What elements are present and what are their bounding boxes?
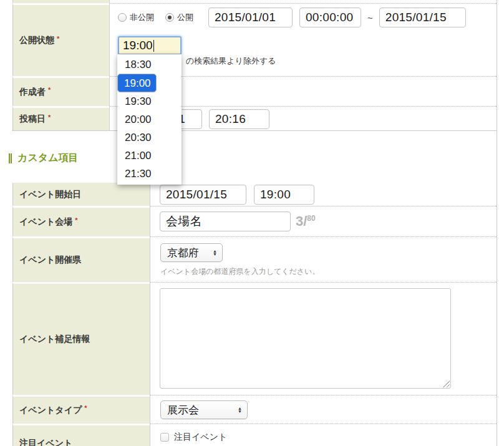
row-label: 投稿日 xyxy=(19,114,46,125)
input-value: 19:00 xyxy=(123,39,153,52)
event-type-select[interactable]: 展示会 ▲▼ xyxy=(160,400,248,419)
table-right-border xyxy=(497,0,497,446)
row-label-cell: 注目イベント xyxy=(12,424,150,446)
row-content-cell: 京都府 ▲▼ イベント会場の都道府県を入力してください。 xyxy=(150,236,497,282)
input-value: 00:00:00 xyxy=(306,11,353,24)
table-row-publish-status: 公開状態 * 非公開 公開 2015/01/01 00:00:00 ~ xyxy=(12,3,497,76)
event-start-line: 2015/01/15 19:00 xyxy=(160,185,497,205)
row-label: イベント補足情報 xyxy=(19,334,90,345)
custom-fields-table: イベント開始日 2015/01/15 19:00 イベント会場 * xyxy=(12,183,497,446)
table-row-event-start: イベント開始日 2015/01/15 19:00 xyxy=(12,183,497,206)
time-option[interactable]: 21:30 xyxy=(117,165,182,183)
required-marker: * xyxy=(48,86,51,94)
row-label-cell: イベント開始日 xyxy=(12,183,150,206)
featured-checkbox-label[interactable]: 注目イベント xyxy=(174,432,227,443)
publish-datetime-line: 非公開 公開 2015/01/01 00:00:00 ~ 2015/01/15 xyxy=(118,7,497,27)
row-label: イベント開始日 xyxy=(19,189,81,200)
venue-name-input[interactable]: 会場名 xyxy=(160,211,291,231)
post-time-input[interactable]: 20:16 xyxy=(209,109,269,129)
radio-private-label[interactable]: 非公開 xyxy=(130,12,154,23)
input-value: 19:00 xyxy=(260,188,291,201)
row-label: イベント開催県 xyxy=(19,255,81,266)
table-row-post-date: 投稿日 * 2015/01/01 20:16 xyxy=(12,106,497,131)
table-row-author: 作成者 * xyxy=(12,76,497,106)
entry-fields-table: 公開状態 * 非公開 公開 2015/01/01 00:00:00 ~ xyxy=(12,0,497,131)
select-value: 展示会 xyxy=(167,403,199,417)
row-content-cell: 展示会 ▲▼ xyxy=(150,395,497,424)
publish-end-date-input[interactable]: 2015/01/15 xyxy=(379,7,466,27)
publish-end-time-input[interactable]: 19:00 xyxy=(118,36,182,55)
entry-edit-form: 公開状態 * 非公開 公開 2015/01/01 00:00:00 ~ xyxy=(0,0,504,446)
row-content-cell xyxy=(150,282,497,395)
section-title: カスタム項目 xyxy=(17,152,79,165)
row-label-cell: イベントタイプ * xyxy=(12,395,150,424)
select-arrows-icon: ▲▼ xyxy=(229,407,242,413)
row-content-cell: 会場名 3/80 xyxy=(150,206,497,236)
row-label-cell: イベント開催県 xyxy=(12,236,150,282)
required-marker: * xyxy=(75,216,77,224)
time-dropdown-list: 18:3019:0019:3020:0020:3021:0021:30 xyxy=(117,54,182,185)
time-option[interactable]: 20:00 xyxy=(117,110,182,128)
table-row-event-note: イベント補足情報 xyxy=(12,282,497,395)
text-caret xyxy=(153,40,154,52)
featured-checkbox[interactable] xyxy=(160,433,169,442)
input-value: 会場名 xyxy=(166,213,202,230)
row-label: イベントタイプ xyxy=(19,405,82,416)
row-content-cell: 2015/01/15 19:00 xyxy=(150,183,497,206)
required-marker: * xyxy=(84,404,87,412)
radio-private[interactable] xyxy=(118,13,127,22)
time-option[interactable]: 19:30 xyxy=(117,92,182,110)
time-option[interactable]: 21:00 xyxy=(117,147,182,165)
select-arrows-icon: ▲▼ xyxy=(204,250,217,256)
radio-public-label[interactable]: 公開 xyxy=(177,12,193,23)
row-label-cell: イベント補足情報 xyxy=(12,282,150,395)
section-marker-icon xyxy=(9,153,12,163)
select-value: 京都府 xyxy=(167,246,199,260)
row-label: 公開状態 xyxy=(19,35,54,46)
row-label-cell: 投稿日 * xyxy=(12,106,109,131)
range-separator: ~ xyxy=(367,12,373,23)
prefecture-select[interactable]: 京都府 ▲▼ xyxy=(160,243,223,262)
publish-start-date-input[interactable]: 2015/01/01 xyxy=(208,7,293,27)
event-start-date-input[interactable]: 2015/01/15 xyxy=(160,185,246,205)
row-label-cell: 公開状態 * xyxy=(12,3,109,76)
time-option[interactable]: 20:30 xyxy=(117,128,182,147)
table-row-event-venue: イベント会場 * 会場名 3/80 xyxy=(12,206,497,236)
custom-fields-section-header: カスタム項目 xyxy=(9,152,79,165)
row-label-cell: 作成者 * xyxy=(12,76,109,106)
radio-public[interactable] xyxy=(165,13,174,22)
row-label: 作成者 xyxy=(19,87,46,98)
time-option[interactable]: 18:30 xyxy=(117,56,182,74)
time-option[interactable]: 19:00 xyxy=(117,74,157,92)
input-value: 2015/01/15 xyxy=(166,188,227,201)
event-start-time-input[interactable]: 19:00 xyxy=(254,185,314,205)
required-marker: * xyxy=(48,114,51,121)
row-label: イベント会場 xyxy=(19,216,72,228)
table-row-event-prefecture: イベント開催県 京都府 ▲▼ イベント会場の都道府県を入力してください。 xyxy=(12,236,497,282)
table-row-featured-event: 注目イベント 注目イベント xyxy=(12,424,497,446)
input-value: 2015/01/15 xyxy=(385,11,447,24)
row-label-cell: イベント会場 * xyxy=(12,206,150,236)
row-content-cell: 注目イベント xyxy=(150,424,497,446)
search-exclude-note: の検索結果より除外する xyxy=(186,56,276,67)
input-value: 2015/01/01 xyxy=(215,11,276,24)
resize-handle-icon[interactable] xyxy=(443,381,450,387)
input-value: 20:16 xyxy=(215,112,246,126)
char-counter: 3/80 xyxy=(296,213,316,230)
venue-line: 会場名 3/80 xyxy=(160,211,497,231)
prefecture-help-text: イベント会場の都道府県を入力してください。 xyxy=(160,266,497,277)
table-row-event-type: イベントタイプ * 展示会 ▲▼ xyxy=(12,395,497,424)
required-marker: * xyxy=(57,35,59,42)
publish-start-time-input[interactable]: 00:00:00 xyxy=(299,7,361,27)
event-note-textarea[interactable] xyxy=(160,288,451,389)
row-label: 注目イベント xyxy=(19,438,72,446)
